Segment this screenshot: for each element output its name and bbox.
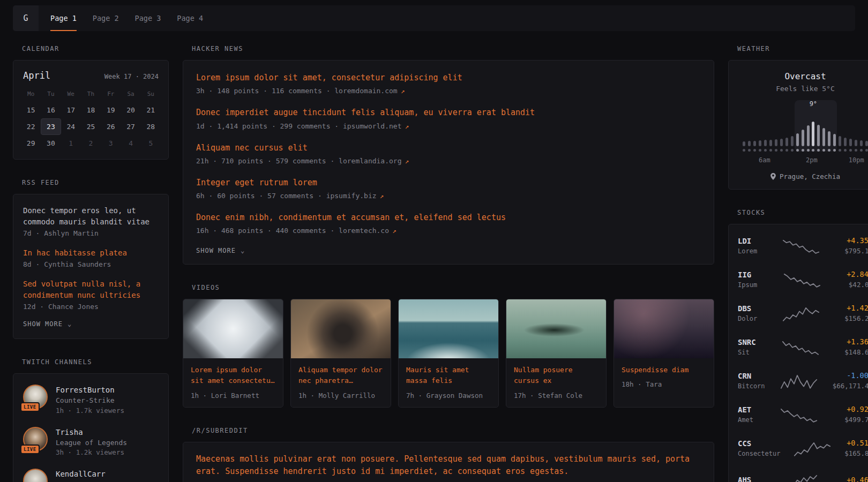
external-link-icon[interactable]: ↗	[392, 227, 396, 235]
video-card[interactable]: Mauris sit amet massa felis 7h · Grayson…	[398, 299, 499, 407]
weather-hour-dot	[844, 149, 847, 152]
stock-row[interactable]: SNRC Sit +1.36% $148.64	[738, 330, 868, 364]
day-of-week-label: Tu	[41, 91, 61, 97]
stock-row[interactable]: AHS +0.46%	[738, 465, 868, 482]
video-card[interactable]: Lorem ipsum dolor sit amet consectetu… 1…	[183, 299, 283, 407]
stock-name: Ipsum	[738, 281, 757, 289]
video-thumbnail[interactable]	[614, 299, 714, 358]
tab-page-4[interactable]: Page 4	[177, 5, 203, 31]
hn-story-title[interactable]: Donec imperdiet augue tincidunt felis al…	[196, 107, 701, 118]
weather-hour-bar	[839, 136, 841, 146]
stock-row[interactable]: CCS Consectetur +0.51% $165.84	[738, 431, 868, 465]
hn-story-stats: 6h · 60 points · 57 comments · ipsumify.…	[196, 192, 377, 200]
weather-hour-bar	[769, 140, 772, 146]
video-thumbnail[interactable]	[291, 299, 391, 358]
app-logo[interactable]: G	[13, 5, 39, 31]
weather-hour-bar	[748, 141, 751, 146]
video-title[interactable]: Lorem ipsum dolor sit amet consectetu…	[191, 365, 275, 386]
weather-hour-bar	[807, 125, 810, 146]
reddit-post-title[interactable]: Maecenas mollis pulvinar erat non posuer…	[196, 453, 701, 478]
weather-hour-bar	[743, 141, 745, 146]
video-thumbnail[interactable]	[399, 299, 498, 358]
hn-story-stats: 16h · 468 points · 440 comments · loremt…	[196, 227, 389, 235]
weather-hour-dot	[807, 149, 810, 152]
hn-story: Integer eget rutrum lorem 6h · 60 points…	[196, 177, 701, 200]
rss-item-title[interactable]: Sed volutpat nulla nisl, a condimentum n…	[23, 278, 159, 301]
hn-story: Aliquam nec cursus elit 21h · 710 points…	[196, 142, 701, 165]
hn-story-title[interactable]: Aliquam nec cursus elit	[196, 142, 701, 153]
twitch-card: LIVE ForrestBurton Counter-Strike 1h · 1…	[13, 373, 169, 482]
calendar-day: 5	[141, 135, 161, 152]
video-title[interactable]: Aliquam tempor dolor nec pharetra…	[298, 365, 383, 386]
twitch-channel-row[interactable]: LIVE KendallCarr	[23, 469, 159, 482]
stock-row[interactable]: IIG Ipsum +2.84% $42.04	[738, 262, 868, 296]
stock-ticker: LDI	[738, 237, 757, 245]
hn-show-more-button[interactable]: SHOW MORE ⌄	[196, 247, 245, 254]
video-title[interactable]: Nullam posuere cursus ex	[514, 365, 598, 386]
hn-story-meta: 21h · 710 points · 579 comments · loreml…	[196, 157, 701, 165]
calendar-widget: CALENDAR April Week 17 · 2024 MoTuWeThFr…	[13, 45, 169, 160]
stock-name: Amet	[738, 416, 753, 424]
video-card[interactable]: Nullam posuere cursus ex 17h · Stefan Co…	[506, 299, 607, 407]
live-badge: LIVE	[20, 445, 40, 454]
hn-story-title[interactable]: Donec enim nibh, condimentum et accumsan…	[196, 212, 701, 223]
rss-show-more-button[interactable]: SHOW MORE ⌄	[23, 320, 72, 328]
calendar-day: 16	[41, 102, 61, 118]
calendar-day: 4	[121, 135, 140, 152]
hn-story: Donec imperdiet augue tincidunt felis al…	[196, 107, 701, 130]
tab-page-1[interactable]: Page 1	[50, 5, 77, 31]
stock-row[interactable]: DBS Dolor +1.42% $156.28	[738, 296, 868, 330]
video-thumbnail[interactable]	[183, 299, 283, 358]
video-card[interactable]: Aliquam tempor dolor nec pharetra… 1h · …	[290, 299, 391, 407]
weather-hour-bar	[817, 125, 820, 146]
channel-name[interactable]: KendallCarr	[56, 469, 106, 479]
hn-story-title[interactable]: Integer eget rutrum lorem	[196, 177, 701, 188]
twitch-channel-row[interactable]: LIVE ForrestBurton Counter-Strike 1h · 1…	[23, 385, 159, 416]
rss-item-title[interactable]: Donec tempor eros leo, ut commodo mauris…	[23, 205, 159, 228]
stock-price: $148.64	[844, 348, 868, 356]
live-badge: LIVE	[20, 402, 40, 412]
hn-story: Donec enim nibh, condimentum et accumsan…	[196, 212, 701, 235]
weather-hour-bar	[764, 140, 767, 146]
video-title[interactable]: Suspendisse diam	[622, 365, 706, 375]
video-thumbnail[interactable]	[506, 299, 606, 358]
weather-peak-temp: 9°	[810, 100, 817, 108]
weather-hour-dot	[775, 149, 777, 152]
weather-hour-dot	[769, 149, 772, 152]
weather-hour-dot	[785, 149, 788, 152]
rss-item: In hac habitasse platea 8d · Cynthia Sau…	[23, 247, 159, 268]
stock-price: $165.84	[844, 449, 868, 457]
calendar-day: 2	[81, 135, 101, 152]
stock-row[interactable]: LDI Lorem +4.35% $795.18	[738, 229, 868, 262]
weather-hour-dot	[833, 149, 836, 152]
hn-story-title[interactable]: Lorem ipsum dolor sit amet, consectetur …	[196, 72, 701, 83]
stock-name: Bitcorn	[738, 382, 765, 390]
stock-row[interactable]: AET Amet +0.92% $499.72	[738, 397, 868, 431]
weather-hour-bar	[791, 136, 794, 146]
stocks-widget: STOCKS LDI Lorem +4.35% $795.18 IIG	[728, 209, 868, 482]
video-card[interactable]: Suspendisse diam 18h · Tara	[613, 299, 714, 407]
calendar-day: 3	[101, 135, 121, 152]
tab-page-3[interactable]: Page 3	[135, 5, 161, 31]
video-title[interactable]: Mauris sit amet massa felis	[406, 365, 491, 386]
show-more-label: SHOW MORE	[196, 247, 236, 254]
weather-card: Overcast Feels like 5°C 9° 6am 2pm 10pm …	[728, 60, 868, 190]
chevron-down-icon: ⌄	[68, 321, 72, 327]
weather-hour-dot	[860, 149, 863, 152]
rss-card: Donec tempor eros leo, ut commodo mauris…	[13, 194, 169, 339]
external-link-icon[interactable]: ↗	[401, 87, 405, 95]
channel-name[interactable]: Trisha	[56, 427, 127, 438]
twitch-channel-row[interactable]: LIVE Trisha League of Legends 3h · 1.2k …	[23, 427, 159, 458]
rss-item-title[interactable]: In hac habitasse platea	[23, 247, 159, 259]
calendar-day: 30	[41, 135, 61, 152]
channel-name[interactable]: ForrestBurton	[56, 385, 124, 395]
external-link-icon[interactable]: ↗	[405, 122, 409, 130]
calendar-day: 19	[101, 102, 121, 118]
external-link-icon[interactable]: ↗	[380, 192, 384, 200]
stock-price: $66,171.48	[833, 382, 868, 390]
tab-page-2[interactable]: Page 2	[93, 5, 119, 31]
subreddit-card: Maecenas mollis pulvinar erat non posuer…	[183, 442, 714, 482]
video-author: 7h · Grayson Dawson	[406, 391, 491, 400]
external-link-icon[interactable]: ↗	[405, 157, 409, 165]
stock-row[interactable]: CRN Bitcorn -1.00% $66,171.48	[738, 364, 868, 397]
